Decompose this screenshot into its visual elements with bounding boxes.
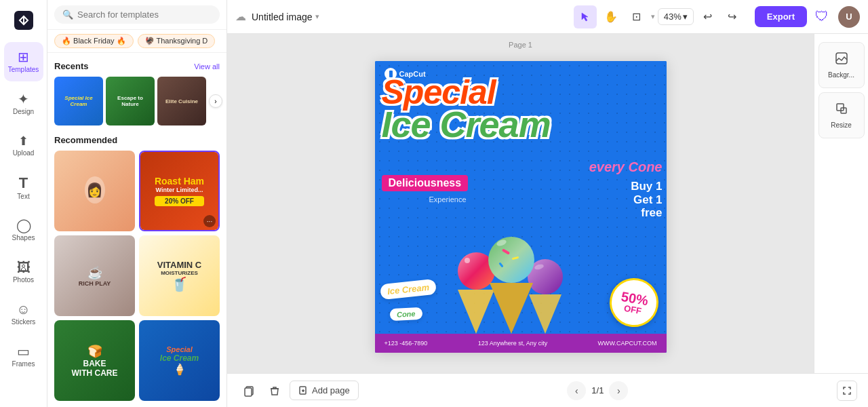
- sidebar-item-text[interactable]: T Text: [4, 168, 43, 208]
- prev-page-button[interactable]: ‹: [567, 381, 586, 400]
- rec-thumb-3[interactable]: ☕ RICH PLAY: [54, 235, 135, 316]
- footer-phone: +123 -456-7890: [384, 340, 428, 347]
- add-page-button[interactable]: Add page: [290, 381, 359, 400]
- bottom-right-tools: [837, 381, 857, 401]
- buy-one-get-one: Buy 1 Get 1 free: [631, 180, 662, 220]
- frame-tool[interactable]: ⊡: [625, 5, 648, 28]
- background-icon: [835, 52, 848, 69]
- recent-thumb-2[interactable]: Escape to Nature: [106, 77, 155, 125]
- doc-title-chevron: ▾: [315, 12, 319, 21]
- deliciousness-text: Deliciousness: [382, 175, 469, 191]
- canvas-area[interactable]: Page 1 CapCut Special Ice Cream: [227, 34, 814, 373]
- zoom-chevron: ▾: [683, 12, 688, 22]
- templates-panel: 🔍 🔥 Black Friday 🔥 🦃 Thanksgiving D Rece…: [47, 0, 227, 407]
- search-bar-container: 🔍: [47, 0, 226, 30]
- view-all-button[interactable]: View all: [194, 62, 220, 71]
- recents-chevron-right[interactable]: ›: [209, 94, 222, 108]
- footer-address: 123 Anywhere st, Any city: [478, 340, 548, 347]
- recents-grid: Special Ice Cream Escape to Nature Elite…: [54, 77, 220, 125]
- rec-thumb-2-more[interactable]: ···: [203, 215, 216, 227]
- recent-thumb-3[interactable]: Elite Cuisine: [157, 77, 206, 125]
- sidebar-item-shapes-label: Shapes: [12, 234, 35, 241]
- search-input[interactable]: [77, 9, 212, 20]
- design-icon: ✦: [18, 92, 29, 106]
- page-label: Page 1: [509, 41, 532, 49]
- doc-title[interactable]: Untitled image ▾: [252, 12, 319, 22]
- ice-cream-text: Ice Cream: [382, 108, 667, 141]
- sidebar-item-design[interactable]: ✦ Design: [4, 84, 43, 123]
- sidebar-item-upload[interactable]: ⬆ Upload: [4, 126, 43, 166]
- search-input-wrap: 🔍: [54, 5, 220, 24]
- sidebar-item-upload-label: Upload: [13, 149, 35, 157]
- next-page-button[interactable]: ›: [609, 381, 628, 400]
- main-area: ☁ Untitled image ▾ ✋ ⊡ ▾ 43% ▾ ↩ ↪: [227, 0, 868, 407]
- photos-icon: 🖼: [17, 260, 31, 274]
- rec-thumb-3-inner: ☕ RICH PLAY: [54, 235, 135, 316]
- zoom-value: 43%: [664, 12, 682, 22]
- resize-label: Resize: [831, 121, 852, 129]
- sidebar-item-templates[interactable]: ⊞ Templates: [4, 42, 43, 81]
- rec-thumb-4[interactable]: VITAMIN C MOISTURIZES 🥤: [139, 235, 220, 316]
- doc-title-text: Untitled image: [252, 12, 313, 22]
- panel-scroll: Recents View all Special Ice Cream Escap…: [47, 53, 226, 407]
- frame-tool-chevron: ▾: [651, 12, 655, 21]
- tag-thanksgiving[interactable]: 🦃 Thanksgiving D: [138, 34, 216, 48]
- sidebar-item-shapes[interactable]: ◯ Shapes: [4, 210, 43, 250]
- recommended-section-header: Recommended: [54, 135, 220, 145]
- bottom-left-tools: Add page: [238, 380, 359, 402]
- sidebar-item-templates-label: Templates: [8, 66, 39, 73]
- top-bar-tools: ✋ ⊡ ▾ 43% ▾ ↩ ↪: [574, 5, 744, 28]
- rec-thumb-2[interactable]: Roast Ham Winter Limited... 20% OFF ···: [139, 151, 220, 231]
- recent-thumb-1-inner: Special Ice Cream: [54, 77, 103, 125]
- sidebar-item-text-label: Text: [17, 193, 29, 200]
- top-bar: ☁ Untitled image ▾ ✋ ⊡ ▾ 43% ▾ ↩ ↪: [227, 0, 868, 34]
- sidebar-item-photos[interactable]: 🖼 Photos: [4, 252, 43, 292]
- pointer-tool[interactable]: [574, 5, 597, 28]
- resize-button[interactable]: Resize: [818, 92, 865, 138]
- undo-redo-group: ↩ ↪: [696, 5, 744, 28]
- bottom-bar: Add page ‹ 1/1 ›: [227, 373, 868, 407]
- recents-section-header: Recents View all: [54, 61, 220, 71]
- right-panel: Backgr... Resize: [814, 34, 868, 373]
- shield-icon: 🛡: [815, 9, 829, 24]
- background-button[interactable]: Backgr...: [818, 42, 865, 88]
- text-icon: T: [19, 176, 28, 191]
- app-logo[interactable]: [10, 7, 37, 34]
- svg-rect-5: [837, 104, 844, 111]
- cone-bubble: Cone: [389, 307, 422, 321]
- rec-thumb-6[interactable]: Special Ice Cream 🍦: [139, 320, 220, 401]
- experience-text: Experience: [429, 195, 467, 204]
- delete-page-button[interactable]: [264, 380, 285, 402]
- rec-thumb-5[interactable]: 🍞 BAKE WITH CARE: [54, 320, 135, 401]
- upload-icon: ⬆: [18, 135, 28, 147]
- undo-button[interactable]: ↩: [696, 5, 719, 28]
- redo-button[interactable]: ↪: [721, 5, 744, 28]
- expand-button[interactable]: [837, 381, 857, 401]
- frames-icon: ▭: [17, 345, 30, 358]
- export-button[interactable]: Export: [755, 6, 807, 27]
- sidebar-item-stickers[interactable]: ☺ Stickers: [4, 294, 43, 334]
- page-indicator: 1/1: [591, 385, 604, 395]
- rec-thumb-5-inner: 🍞 BAKE WITH CARE: [54, 320, 135, 401]
- rec-thumb-1[interactable]: 👩: [54, 151, 135, 231]
- zoom-control[interactable]: 43% ▾: [658, 8, 694, 25]
- canvas-frame[interactable]: CapCut Special Ice Cream every Cone: [375, 61, 667, 353]
- sidebar-item-photos-label: Photos: [13, 276, 34, 284]
- recents-title: Recents: [54, 61, 89, 71]
- bottom-center-nav: ‹ 1/1 ›: [567, 381, 628, 400]
- rec-thumb-6-inner: Special Ice Cream 🍦: [139, 320, 220, 401]
- hand-tool[interactable]: ✋: [599, 5, 623, 28]
- every-cone-text: every Cone: [589, 159, 663, 175]
- user-avatar[interactable]: U: [838, 6, 860, 28]
- recent-thumb-1[interactable]: Special Ice Cream: [54, 77, 103, 125]
- sidebar-item-frames-label: Frames: [12, 360, 35, 368]
- background-label: Backgr...: [828, 71, 854, 79]
- sidebar-item-frames[interactable]: ▭ Frames: [4, 336, 43, 376]
- sidebar-item-design-label: Design: [13, 108, 34, 115]
- copy-page-button[interactable]: [238, 380, 260, 402]
- templates-icon: ⊞: [18, 50, 29, 64]
- rec-thumb-1-inner: 👩: [54, 151, 135, 231]
- recent-thumb-2-inner: Escape to Nature: [106, 77, 155, 125]
- recommended-title: Recommended: [54, 135, 117, 145]
- tag-black-friday[interactable]: 🔥 Black Friday 🔥: [54, 34, 134, 48]
